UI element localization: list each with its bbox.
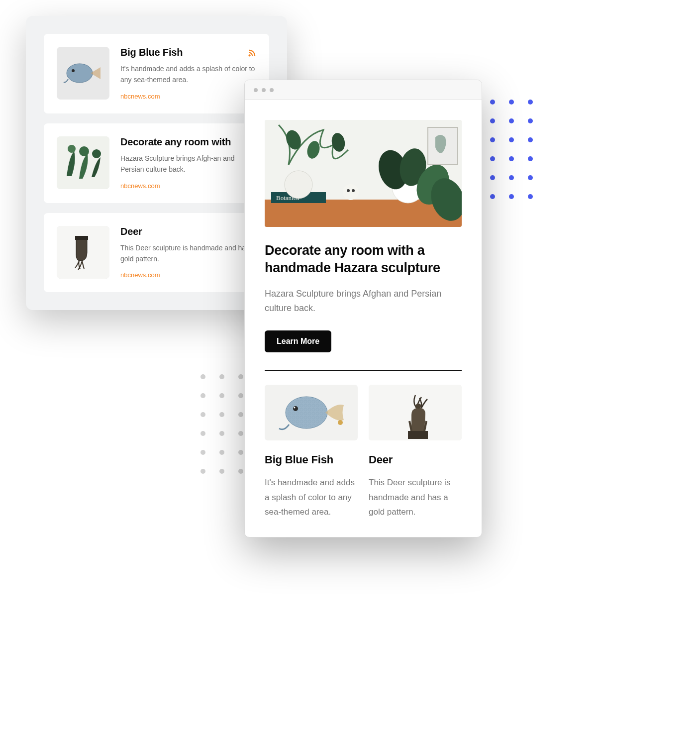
dot-grid-blue	[490, 100, 533, 199]
article-source-link[interactable]: nbcnews.com	[120, 93, 160, 100]
svg-point-7	[92, 149, 101, 158]
article-description: This Deer sculpture is handmade and has …	[120, 242, 256, 265]
article-title: Decorate any room with	[120, 136, 256, 148]
sub-description: This Deer sculpture is handmade and has …	[369, 475, 462, 520]
article-source-link[interactable]: nbcnews.com	[120, 271, 160, 279]
sub-card[interactable]: Big Blue Fish It's handmade and adds a s…	[265, 385, 358, 520]
svg-point-30	[293, 406, 298, 411]
svg-point-6	[79, 146, 89, 156]
browser-window: Botanica Decorate any room with a handma…	[244, 80, 482, 537]
sub-thumb-deer	[369, 385, 462, 440]
sub-description: It's handmade and adds a splash of color…	[265, 475, 358, 520]
article-card[interactable]: Deer This Deer sculpture is handmade and…	[44, 213, 269, 293]
sub-article-grid: Big Blue Fish It's handmade and adds a s…	[265, 385, 462, 520]
svg-point-31	[294, 407, 295, 408]
article-card[interactable]: Big Blue Fish It's handmade and adds a s…	[44, 34, 269, 113]
hero-description: Hazara Sculpture brings Afghan and Persi…	[265, 287, 462, 316]
svg-point-23	[343, 184, 359, 200]
svg-point-25	[352, 189, 355, 192]
window-title-bar	[245, 80, 482, 100]
article-thumb-deer	[57, 226, 109, 279]
browser-content: Botanica Decorate any room with a handma…	[245, 100, 482, 537]
svg-point-2	[72, 69, 75, 72]
svg-point-32	[338, 420, 343, 425]
svg-rect-33	[408, 431, 428, 439]
svg-point-34	[415, 404, 421, 409]
article-source-link[interactable]: nbcnews.com	[120, 182, 160, 190]
article-thumb-plants	[57, 136, 109, 189]
article-thumb-fish	[57, 47, 109, 100]
sub-card[interactable]: Deer This Deer sculpture is handmade and…	[369, 385, 462, 520]
sub-title: Big Blue Fish	[265, 453, 358, 466]
article-card[interactable]: Decorate any room with Hazara Sculpture …	[44, 123, 269, 203]
svg-point-5	[68, 145, 76, 153]
svg-point-24	[347, 189, 350, 192]
sub-title: Deer	[369, 453, 462, 466]
rss-icon[interactable]	[248, 49, 256, 59]
dot-grid-gray	[200, 374, 243, 474]
section-divider	[265, 370, 462, 371]
learn-more-button[interactable]: Learn More	[265, 330, 331, 352]
article-description: Hazara Sculpture brings Afgh-an and Pers…	[120, 153, 256, 175]
window-control-zoom[interactable]	[270, 88, 274, 92]
sub-thumb-fish	[265, 385, 358, 440]
article-description: It's handmade and adds a splash of color…	[120, 63, 256, 86]
svg-point-29	[287, 398, 326, 427]
window-control-close[interactable]	[254, 88, 258, 92]
hero-image-plants: Botanica	[265, 120, 462, 227]
svg-point-3	[249, 55, 250, 56]
article-title: Big Blue Fish	[120, 47, 256, 58]
svg-rect-8	[75, 236, 88, 240]
window-control-minimize[interactable]	[262, 88, 266, 92]
svg-point-13	[285, 171, 312, 199]
article-title: Deer	[120, 226, 256, 237]
hero-title: Decorate any room with a handmade Hazara…	[265, 242, 462, 277]
